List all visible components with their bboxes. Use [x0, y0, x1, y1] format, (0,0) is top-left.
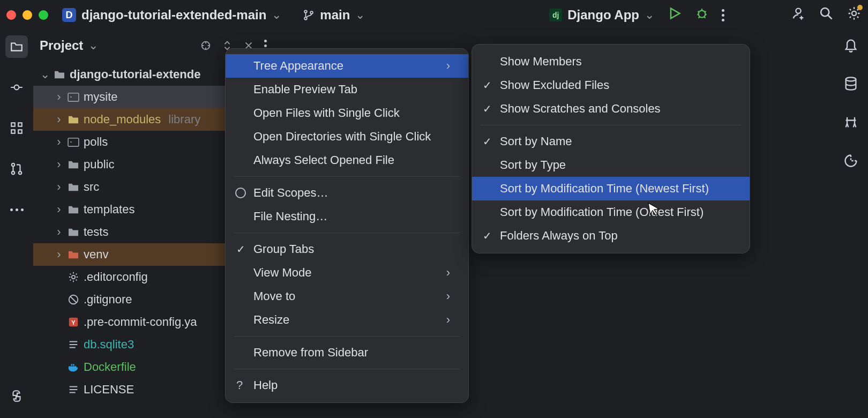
menu-item-label: Edit Scopes… — [253, 186, 328, 200]
python-console-button[interactable] — [5, 385, 28, 407]
menu-item[interactable]: View Mode› — [226, 261, 468, 285]
menu-separator — [234, 176, 460, 177]
menu-item[interactable]: Move to› — [226, 285, 468, 308]
menu-item[interactable]: Show Excluded Files — [472, 73, 750, 97]
svg-point-13 — [12, 171, 14, 174]
svg-rect-11 — [18, 130, 22, 133]
menu-item[interactable]: Sort by Modification Time (Oldest First) — [472, 200, 750, 224]
chevron-right-icon[interactable]: › — [55, 113, 63, 126]
menu-item[interactable]: Sort by Name — [472, 130, 750, 153]
menu-separator — [234, 336, 460, 337]
ai-assistant-button[interactable] — [843, 115, 858, 133]
menu-item[interactable]: Open Files with Single Click — [226, 101, 468, 125]
more-tools-button[interactable] — [5, 198, 28, 221]
chevron-right-icon[interactable]: › — [55, 225, 63, 239]
menu-item[interactable]: Tree Appearance› — [226, 54, 468, 78]
menu-item-label: View Mode — [253, 266, 311, 280]
notifications-button[interactable] — [843, 38, 858, 56]
chevron-right-icon[interactable]: › — [55, 203, 63, 217]
svg-point-0 — [305, 10, 308, 13]
branch-selector[interactable]: main ⌄ — [303, 8, 365, 23]
module-folder-icon — [68, 137, 79, 147]
select-opened-file-button[interactable] — [200, 40, 212, 51]
menu-item-label: Sort by Modification Time (Oldest First) — [500, 205, 704, 219]
menu-item-label: Resize — [253, 313, 289, 327]
svg-point-12 — [12, 163, 14, 166]
project-tool-button[interactable] — [5, 35, 28, 58]
menu-item[interactable]: Sort by Modification Time (Newest First) — [472, 177, 750, 200]
menu-item[interactable]: Enable Preview Tab — [226, 78, 468, 101]
menu-item-label: Group Tabs — [253, 242, 314, 256]
menu-item-label: Show Excluded Files — [500, 78, 609, 92]
svg-point-3 — [699, 11, 706, 18]
search-everywhere-button[interactable] — [819, 6, 834, 24]
minimize-window-button[interactable] — [23, 10, 32, 20]
tree-label: .pre-commit-config.ya — [84, 315, 197, 329]
menu-item[interactable]: Show Scratches and Consoles — [472, 97, 750, 121]
chevron-down-icon: ⌄ — [272, 8, 281, 22]
chevron-right-icon: › — [446, 59, 450, 73]
titlebar: D django-tutorial-extended-main ⌄ main ⌄… — [0, 0, 868, 30]
svg-point-17 — [70, 96, 71, 98]
tree-label: polls — [84, 135, 108, 149]
tree-label: LICENSE — [84, 383, 134, 397]
run-config-name: Django App — [567, 8, 639, 23]
panel-options-menu: Tree Appearance›Enable Preview TabOpen F… — [225, 48, 469, 403]
commit-tool-button[interactable] — [5, 76, 28, 99]
menu-item[interactable]: Sort by Type — [472, 153, 750, 177]
chevron-down-icon[interactable]: ⌄ — [41, 68, 49, 81]
chevron-down-icon: ⌄ — [645, 8, 654, 22]
project-selector[interactable]: D django-tutorial-extended-main ⌄ — [62, 8, 281, 23]
menu-item-label: Sort by Name — [500, 135, 572, 148]
svg-point-7 — [14, 85, 19, 90]
chevron-right-icon[interactable]: › — [55, 135, 63, 149]
svg-rect-8 — [11, 123, 15, 126]
close-window-button[interactable] — [6, 10, 16, 20]
menu-item-label: Help — [253, 378, 278, 392]
menu-item-label: Remove from Sidebar — [253, 346, 368, 360]
menu-item[interactable]: File Nesting… — [226, 205, 468, 228]
menu-item[interactable]: Group Tabs — [226, 237, 468, 261]
svg-point-19 — [70, 141, 71, 143]
chevron-right-icon[interactable]: › — [55, 248, 63, 262]
menu-item-label: Open Files with Single Click — [253, 106, 400, 120]
run-button[interactable] — [667, 6, 682, 24]
endpoints-tool-button[interactable] — [843, 153, 858, 171]
code-with-me-button[interactable] — [791, 6, 806, 24]
menu-item[interactable]: Help — [226, 374, 468, 397]
menu-item[interactable]: Resize› — [226, 308, 468, 332]
settings-button[interactable] — [847, 6, 862, 24]
gear-icon — [68, 271, 79, 283]
menu-item[interactable]: Remove from Sidebar — [226, 341, 468, 364]
tree-label: src — [84, 180, 99, 194]
maximize-window-button[interactable] — [39, 10, 48, 20]
svg-point-14 — [19, 171, 21, 174]
menu-item[interactable]: Show Members — [472, 50, 750, 73]
tree-label: Dockerfile — [84, 360, 136, 374]
more-actions-button[interactable] — [722, 9, 724, 21]
tree-label: django-tutorial-extende — [70, 68, 200, 81]
chevron-down-icon[interactable]: ⌄ — [88, 39, 98, 53]
lines-icon — [68, 384, 79, 395]
left-tool-rail — [0, 30, 33, 418]
chevron-right-icon[interactable]: › — [55, 90, 63, 104]
debug-button[interactable] — [695, 6, 709, 24]
menu-item[interactable]: Edit Scopes… — [226, 181, 468, 205]
svg-point-1 — [305, 17, 308, 20]
tree-suffix: library — [168, 113, 200, 126]
chevron-right-icon[interactable]: › — [55, 158, 63, 171]
structure-tool-button[interactable] — [5, 117, 28, 139]
run-config-selector[interactable]: dj Django App ⌄ — [549, 8, 654, 23]
menu-item[interactable]: Always Select Opened File — [226, 148, 468, 172]
chevron-right-icon: › — [446, 313, 450, 327]
menu-item[interactable]: Open Directories with Single Click — [226, 125, 468, 148]
module-folder-icon — [68, 92, 79, 102]
svg-rect-18 — [68, 138, 79, 146]
chevron-right-icon[interactable]: › — [55, 180, 63, 194]
menu-item[interactable]: Folders Always on Top — [472, 224, 750, 248]
menu-item-label: Enable Preview Tab — [253, 83, 357, 96]
database-tool-button[interactable] — [843, 76, 858, 94]
blocked-icon — [68, 294, 79, 305]
pull-requests-tool-button[interactable] — [5, 158, 28, 180]
right-tool-rail — [834, 30, 868, 418]
